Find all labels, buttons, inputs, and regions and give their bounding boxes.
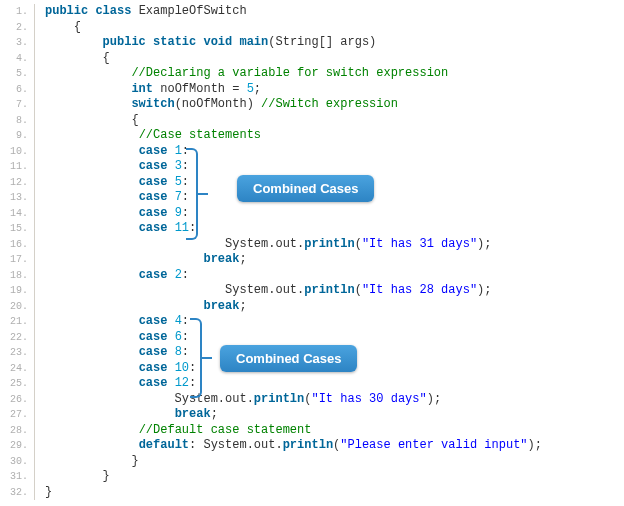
code-content: break; — [35, 407, 218, 423]
code-content: case 9: — [35, 206, 189, 222]
line-number: 14. — [0, 206, 35, 222]
line-number: 21. — [0, 314, 35, 330]
code-line: 17. break; — [0, 252, 624, 268]
line-number: 5. — [0, 66, 35, 82]
code-line: 18. case 2: — [0, 268, 624, 284]
line-number: 15. — [0, 221, 35, 237]
code-content: case 10: — [35, 361, 196, 377]
line-number: 20. — [0, 299, 35, 315]
bracket-annotation-1 — [186, 148, 198, 240]
code-content: { — [35, 51, 110, 67]
code-block: 1.public class ExampleOfSwitch2. {3. pub… — [0, 0, 624, 504]
line-number: 28. — [0, 423, 35, 439]
line-number: 18. — [0, 268, 35, 284]
code-content: case 11: — [35, 221, 196, 237]
code-content: case 5: — [35, 175, 189, 191]
code-content: break; — [35, 252, 247, 268]
line-number: 22. — [0, 330, 35, 346]
line-number: 17. — [0, 252, 35, 268]
code-content: case 3: — [35, 159, 189, 175]
code-content: //Case statements — [35, 128, 261, 144]
line-number: 30. — [0, 454, 35, 470]
code-line: 22. case 6: — [0, 330, 624, 346]
code-content: System.out.println("It has 28 days"); — [35, 283, 492, 299]
code-line: 11. case 3: — [0, 159, 624, 175]
line-number: 12. — [0, 175, 35, 191]
code-content: { — [35, 20, 81, 36]
code-line: 20. break; — [0, 299, 624, 315]
code-content: case 4: — [35, 314, 189, 330]
code-content: } — [35, 454, 139, 470]
line-number: 24. — [0, 361, 35, 377]
combined-cases-badge-1: Combined Cases — [237, 175, 374, 202]
line-number: 9. — [0, 128, 35, 144]
code-line: 8. { — [0, 113, 624, 129]
code-content: //Declaring a variable for switch expres… — [35, 66, 448, 82]
line-number: 27. — [0, 407, 35, 423]
code-line: 4. { — [0, 51, 624, 67]
code-line: 10. case 1: — [0, 144, 624, 160]
code-content: case 12: — [35, 376, 196, 392]
code-line: 32.} — [0, 485, 624, 501]
line-number: 3. — [0, 35, 35, 51]
line-number: 32. — [0, 485, 35, 501]
code-content: case 1: — [35, 144, 189, 160]
code-line: 7. switch(noOfMonth) //Switch expression — [0, 97, 624, 113]
code-content: case 7: — [35, 190, 189, 206]
line-number: 2. — [0, 20, 35, 36]
code-line: 3. public static void main(String[] args… — [0, 35, 624, 51]
line-number: 7. — [0, 97, 35, 113]
line-number: 25. — [0, 376, 35, 392]
code-content: System.out.println("It has 30 days"); — [35, 392, 441, 408]
code-line: 5. //Declaring a variable for switch exp… — [0, 66, 624, 82]
code-content: switch(noOfMonth) //Switch expression — [35, 97, 398, 113]
code-line: 6. int noOfMonth = 5; — [0, 82, 624, 98]
line-number: 16. — [0, 237, 35, 253]
bracket-annotation-2 — [190, 318, 202, 398]
line-number: 4. — [0, 51, 35, 67]
code-line: 31. } — [0, 469, 624, 485]
code-content: } — [35, 469, 110, 485]
line-number: 29. — [0, 438, 35, 454]
code-line: 2. { — [0, 20, 624, 36]
code-line: 9. //Case statements — [0, 128, 624, 144]
code-line: 21. case 4: — [0, 314, 624, 330]
line-number: 11. — [0, 159, 35, 175]
code-line: 14. case 9: — [0, 206, 624, 222]
code-line: 19. System.out.println("It has 28 days")… — [0, 283, 624, 299]
code-line: 1.public class ExampleOfSwitch — [0, 4, 624, 20]
code-content: case 2: — [35, 268, 189, 284]
code-line: 27. break; — [0, 407, 624, 423]
line-number: 6. — [0, 82, 35, 98]
line-number: 10. — [0, 144, 35, 160]
line-number: 31. — [0, 469, 35, 485]
line-number: 1. — [0, 4, 35, 20]
code-line: 25. case 12: — [0, 376, 624, 392]
code-line: 15. case 11: — [0, 221, 624, 237]
line-number: 13. — [0, 190, 35, 206]
code-content: case 6: — [35, 330, 189, 346]
line-number: 8. — [0, 113, 35, 129]
combined-cases-badge-2: Combined Cases — [220, 345, 357, 372]
code-content: public static void main(String[] args) — [35, 35, 376, 51]
line-number: 19. — [0, 283, 35, 299]
code-content: System.out.println("It has 31 days"); — [35, 237, 492, 253]
code-line: 26. System.out.println("It has 30 days")… — [0, 392, 624, 408]
code-line: 29. default: System.out.println("Please … — [0, 438, 624, 454]
line-number: 26. — [0, 392, 35, 408]
code-content: //Default case statement — [35, 423, 311, 439]
code-line: 16. System.out.println("It has 31 days")… — [0, 237, 624, 253]
code-content: case 8: — [35, 345, 189, 361]
code-content: int noOfMonth = 5; — [35, 82, 261, 98]
code-content: { — [35, 113, 139, 129]
code-content: default: System.out.println("Please ente… — [35, 438, 542, 454]
code-content: break; — [35, 299, 247, 315]
code-content: public class ExampleOfSwitch — [35, 4, 247, 20]
code-content: } — [35, 485, 52, 501]
code-line: 30. } — [0, 454, 624, 470]
code-line: 28. //Default case statement — [0, 423, 624, 439]
line-number: 23. — [0, 345, 35, 361]
